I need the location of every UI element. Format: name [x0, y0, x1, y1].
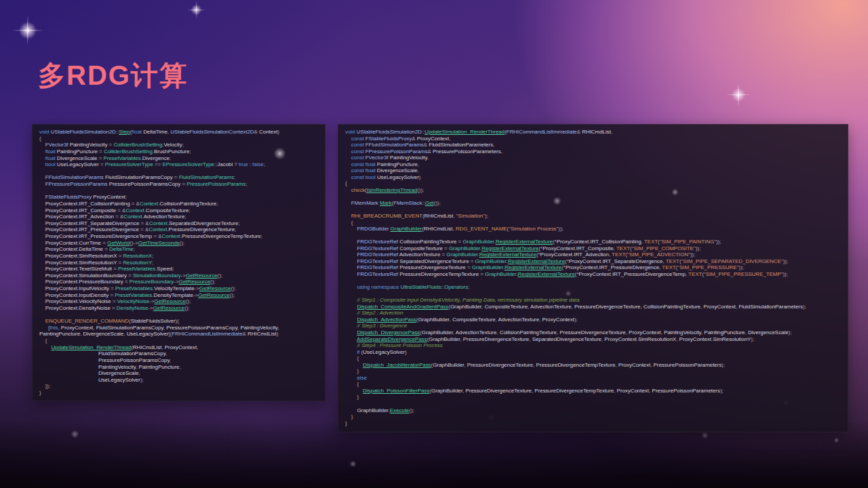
code-line: // Step3 : Divergence	[345, 323, 848, 329]
code-line: }	[345, 394, 848, 401]
bokeh-light	[701, 432, 709, 439]
code-line: [this, ProxyContext, FluidSimulationPara…	[39, 325, 325, 331]
code-line: Dispatch_CompositeAndGradientPass(GraphB…	[345, 304, 848, 310]
code-line: {	[39, 338, 325, 344]
page-title: 多RDG计算	[38, 57, 188, 94]
code-line: RHI_BREADCRUMB_EVENT(RHICmdList, "Simula…	[345, 213, 848, 220]
code-panel-step-function: void UStableFluidsSimulation2D::Step(flo…	[32, 124, 326, 401]
code-line: const FVector3f PaintingVelocity,	[345, 155, 848, 161]
code-line: ProxyContext.VelocityNoise = VelocityNoi…	[39, 298, 325, 305]
code-line: ProxyContext.InputVelocity = PresetVaria…	[39, 285, 325, 292]
code-line: const float PaintingPuncture,	[345, 161, 848, 168]
code-line: ProxyContext.DeltaTime = DeltaTime;	[39, 246, 325, 253]
code-line: ProxyContext.IRT_SeparateDivergence = &C…	[39, 220, 325, 227]
code-line: if (UseLegacySolver)	[345, 349, 848, 356]
star-sparkle	[833, 437, 840, 443]
star-sparkle	[731, 87, 746, 102]
code-line: void UStableFluidsSimulation2D::UpdateSi…	[345, 129, 848, 136]
code-line: const bool UseLegacySolver)	[345, 174, 848, 181]
code-line: ProxyContext.SimResolutionY = Resolution…	[39, 260, 325, 266]
code-line: ProxyContext.SimulationBoundary = Simula…	[39, 272, 325, 279]
code-line: ProxyContext.PressureBoundary = Pressure…	[39, 279, 325, 285]
code-line: });	[39, 383, 325, 390]
code-line: else	[345, 375, 848, 382]
bokeh-light	[671, 188, 679, 196]
code-line: ProxyContext.IRT_CollisionPainting = &Co…	[39, 201, 325, 207]
code-line: ProxyContext.TexelSizeMult = PresetVaria…	[39, 266, 325, 272]
code-line: ProxyContext.InputDensity = PresetVariab…	[39, 292, 325, 299]
code-line: Dispatch_JacobiIteratorPass(GraphBuilder…	[345, 362, 848, 369]
star-sparkle	[349, 460, 357, 468]
star-sparkle	[18, 21, 37, 40]
code-line: PressurePoissonParamsCopy,	[39, 357, 325, 364]
code-line: {	[345, 180, 848, 187]
code-line: const FStableFluidsProxy& ProxyContext,	[345, 136, 848, 142]
code-line	[345, 232, 848, 239]
code-line: FRDGTextureRef SeparatedDivergenceTextur…	[345, 258, 848, 265]
code-line: Dispatch_PoissonFilterPass(GraphBuilder,…	[345, 388, 848, 394]
code-line: FRDGTextureRef CompositeTexture = GraphB…	[345, 245, 848, 252]
code-line: const FFluidSimulationParams& FluidSimul…	[345, 142, 848, 148]
code-line: // Step2 : Advection	[345, 310, 848, 317]
code-panel-update-simulation-render-thread: void UStableFluidsSimulation2D::UpdateSi…	[338, 124, 848, 432]
code-line: const float DivergenceScale,	[345, 167, 848, 174]
code-line: FRDGTextureRef PressureDivergenceTexture…	[345, 264, 848, 271]
code-line: ProxyContext.DensityNoise = DensityNoise…	[39, 305, 325, 312]
bokeh-light	[553, 197, 561, 205]
code-line	[39, 168, 325, 175]
slide: { "slide": { "title": "多RDG计算", "title_c…	[0, 0, 868, 488]
code-line	[39, 312, 325, 319]
code-line: // Step1 : Composite input Density&Veloc…	[345, 297, 848, 304]
code-line	[345, 401, 848, 407]
bokeh-light	[273, 147, 286, 160]
code-line: FStableFluidsProxy ProxyContext;	[39, 194, 325, 201]
code-line: void UStableFluidsSimulation2D::Step(flo…	[39, 129, 325, 136]
code-line: PaintingVelocity, PaintingPuncture,	[39, 364, 325, 371]
code-line: {	[39, 136, 325, 142]
code-line: check(IsInRenderingThread());	[345, 187, 848, 194]
code-line: FRDGBuilder GraphBuilder(RHICmdList, RDG…	[345, 226, 848, 232]
code-line	[39, 188, 325, 195]
code-line: ProxyContext.SimResolutionX = Resolution…	[39, 253, 325, 260]
code-line: FRDGTextureRef CollisionPaintingTexture …	[345, 239, 848, 245]
code-line: FluidSimulationParamsCopy,	[39, 350, 325, 357]
code-line: UpdateSimulation_RenderThread(RHICmdList…	[39, 344, 325, 351]
code-line: ProxyContext.IRT_PressureDivergenceTemp …	[39, 233, 325, 240]
code-line: }	[345, 413, 848, 420]
code-line: ProxyContext.IRT_PressureDivergence = &C…	[39, 226, 325, 233]
code-line: {	[345, 220, 848, 226]
code-line	[345, 291, 848, 298]
code-line	[345, 278, 848, 285]
code-line: ProxyContext.IRT_Advection = &Context.Ad…	[39, 214, 325, 220]
code-line: ProxyContext.IRT_Composite = &Context.Co…	[39, 207, 325, 214]
code-line: }	[345, 420, 848, 427]
code-line: FFluidSimulationParams FluidSimulationPa…	[39, 174, 325, 181]
code-line: GraphBuilder.Execute();	[345, 407, 848, 414]
code-line: bool UseLegacySolver = PressureSolverTyp…	[39, 161, 325, 168]
code-line: // Step4 : Pressure Poisson Process	[345, 342, 848, 349]
code-line: AddSeparateDivergencePass(GraphBuilder, …	[345, 336, 848, 343]
code-line: FMemMark Mark(FMemStack::Get());	[345, 200, 848, 207]
code-line: FRDGTextureRef PressureDivergenceTempTex…	[345, 271, 848, 278]
code-line: }	[345, 368, 848, 375]
code-line: UseLegacySolver);	[39, 377, 325, 384]
code-line: {	[345, 381, 848, 388]
code-line: DivergenceScale,	[39, 370, 325, 377]
code-line: const FPressurePoissonParams& PressurePo…	[345, 148, 848, 155]
code-line: Dispatch_DivergencePass(GraphBuilder, Ad…	[345, 329, 848, 336]
code-line: FPressurePoissonParams PressurePoissonPa…	[39, 181, 325, 188]
code-line: FRDGTextureRef AdvectionTexture = GraphB…	[345, 251, 848, 258]
code-line	[345, 207, 848, 214]
star-sparkle	[71, 430, 79, 439]
bokeh-light	[565, 290, 572, 297]
code-line	[345, 193, 848, 200]
code-line: Dispatch_AdvectionPass(GraphBuilder, Com…	[345, 317, 848, 323]
code-line: }	[39, 390, 325, 396]
star-sparkle	[191, 4, 202, 16]
code-line: ProxyContext.CurrTime = GetWorld()->GetT…	[39, 240, 325, 247]
code-line: using namespace UltraStableFluids::Opera…	[345, 284, 848, 291]
code-line: PaintingPuncture, DivergenceScale, UseLe…	[39, 331, 325, 338]
code-line: {	[345, 355, 848, 362]
code-line: ENQUEUE_RENDER_COMMAND(StableFluidsSolve…	[39, 318, 325, 325]
